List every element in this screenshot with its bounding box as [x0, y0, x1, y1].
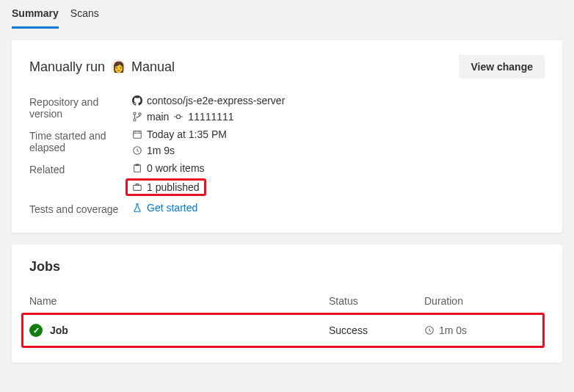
jobs-card: Jobs Name Status Duration ✓ Job Success … — [12, 244, 562, 363]
branch-icon — [132, 112, 142, 122]
svg-point-3 — [177, 115, 181, 118]
svg-rect-6 — [134, 165, 141, 173]
repo-label: Repository and version — [29, 95, 132, 120]
success-icon: ✓ — [29, 324, 43, 337]
job-name: Job — [50, 324, 68, 336]
tab-summary[interactable]: Summary — [12, 0, 59, 29]
title-prefix: Manually run — [29, 59, 105, 75]
job-duration: 1m 0s — [439, 324, 467, 336]
job-status: Success — [329, 324, 424, 336]
svg-rect-4 — [134, 131, 142, 139]
highlight-published: 1 published — [126, 178, 206, 196]
svg-point-0 — [134, 112, 136, 115]
started-time: Today at 1:35 PM — [132, 128, 227, 140]
col-duration: Duration — [424, 295, 545, 307]
title-suffix: Manual — [131, 59, 175, 75]
clock-icon — [132, 145, 142, 156]
svg-point-2 — [139, 113, 141, 115]
svg-point-1 — [134, 119, 136, 121]
github-icon — [132, 95, 142, 106]
svg-rect-7 — [134, 185, 142, 190]
branch[interactable]: main — [132, 111, 169, 123]
col-name: Name — [29, 295, 329, 307]
jobs-header: Name Status Duration — [29, 289, 545, 313]
clock-icon — [424, 325, 435, 335]
view-change-button[interactable]: View change — [459, 55, 545, 79]
artifact-icon — [132, 182, 142, 192]
elapsed-time: 1m 9s — [132, 145, 227, 156]
page-title: Manually run 👩 Manual — [29, 59, 175, 75]
related-label: Related — [29, 162, 132, 175]
avatar: 👩 — [111, 59, 126, 74]
commit[interactable]: 11111111 — [173, 111, 233, 123]
tabs: Summary Scans — [0, 0, 574, 29]
summary-card: Manually run 👩 Manual View change Reposi… — [12, 40, 562, 233]
tests-link[interactable]: Get started — [132, 202, 197, 214]
commit-icon — [173, 112, 184, 122]
time-label: Time started and elapsed — [29, 128, 132, 153]
tab-scans[interactable]: Scans — [70, 0, 99, 29]
work-items[interactable]: 0 work items — [132, 162, 206, 174]
jobs-title: Jobs — [29, 259, 545, 275]
table-row[interactable]: ✓ Job Success 1m 0s — [21, 313, 545, 348]
tests-label: Tests and coverage — [29, 202, 132, 215]
calendar-icon — [132, 129, 142, 139]
published-artifacts[interactable]: 1 published — [132, 181, 200, 193]
repository[interactable]: contoso/js-e2e-express-server — [132, 95, 285, 106]
beaker-icon — [132, 203, 142, 213]
col-status: Status — [329, 295, 424, 307]
workitem-icon — [132, 163, 142, 173]
